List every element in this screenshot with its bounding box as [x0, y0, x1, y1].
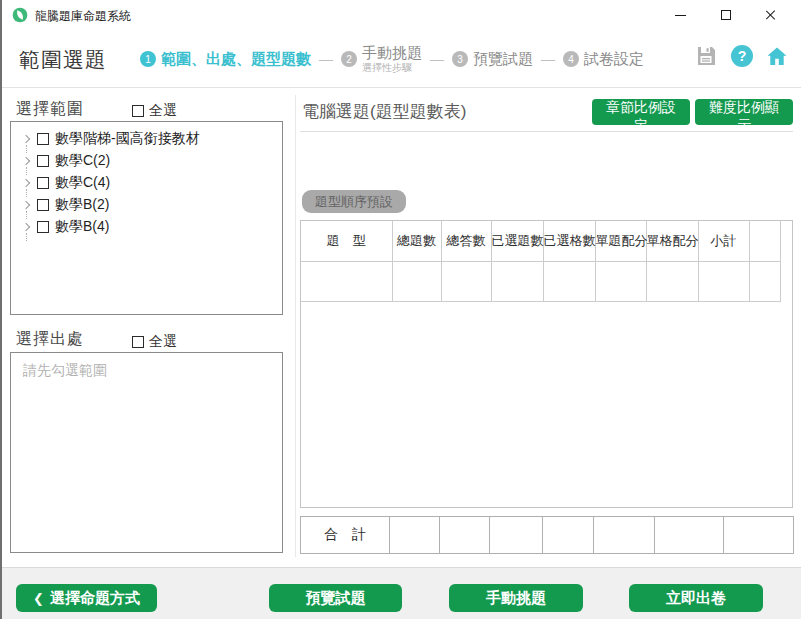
tree-item-math-b4[interactable]: 數學B(4) [11, 216, 282, 238]
col-question-type: 題 型 [301, 221, 392, 261]
minimize-button[interactable] [658, 0, 703, 30]
step-3-preview[interactable]: 3 預覽試題 [452, 50, 533, 69]
range-select-all-checkbox[interactable] [132, 105, 144, 117]
page-title: 範圍選題 [19, 46, 107, 74]
range-section-title: 選擇範圍 [16, 99, 84, 120]
cell-question-type[interactable] [301, 261, 392, 301]
tree-checkbox[interactable] [37, 133, 49, 145]
tree-checkbox[interactable] [37, 155, 49, 167]
choose-method-back-button[interactable]: ❮ 選擇命題方式 [16, 584, 157, 612]
chevron-right-icon[interactable] [21, 199, 33, 211]
tree-checkbox[interactable] [37, 221, 49, 233]
source-list: 請先勾選範圍 [10, 352, 283, 553]
chevron-right-icon[interactable] [21, 133, 33, 145]
step-1-label: 範圍、出處、題型題數 [161, 50, 311, 69]
tree-checkbox[interactable] [37, 177, 49, 189]
total-label-cell: 合 計 [301, 517, 390, 554]
step-4-badge: 4 [563, 51, 579, 67]
step-4-settings[interactable]: 4 試卷設定 [563, 50, 644, 69]
source-section-title: 選擇出處 [16, 329, 84, 350]
cell-total-answers[interactable] [441, 261, 491, 301]
range-select-all[interactable]: 全選 [132, 102, 177, 120]
tree-item-math-ladder[interactable]: 數學階梯-國高銜接教材 [11, 128, 282, 150]
cell-total-questions[interactable] [392, 261, 441, 301]
step-3-label: 預覽試題 [473, 50, 533, 69]
step-3-badge: 3 [452, 51, 468, 67]
step-1-range[interactable]: 1 範圍、出處、題型題數 [140, 50, 311, 69]
source-select-all-checkbox[interactable] [132, 336, 144, 348]
total-cell [390, 517, 440, 554]
title-bar: 龍騰題庫命題系統 [2, 0, 801, 30]
step-1-badge: 1 [140, 51, 156, 67]
step-2-label: 手動挑題 [362, 45, 422, 62]
chevron-right-icon[interactable] [21, 177, 33, 189]
preview-questions-button[interactable]: 預覽試題 [269, 584, 402, 612]
manual-pick-button[interactable]: 手動挑題 [449, 584, 583, 612]
tree-checkbox[interactable] [37, 199, 49, 211]
step-4-label: 試卷設定 [584, 50, 644, 69]
tree-item-math-c4[interactable]: 數學C(4) [11, 172, 282, 194]
cell-selected-questions[interactable] [491, 261, 543, 301]
chevron-right-icon[interactable] [21, 221, 33, 233]
save-icon[interactable] [693, 44, 719, 68]
maximize-button[interactable] [703, 0, 748, 30]
col-selected-questions: 已選題數 [491, 221, 543, 261]
question-type-table-container: 題 型 總題數 總答數 已選題數 已選格數 單題配分 單格配分 小計 [300, 220, 793, 508]
total-cell [440, 517, 490, 554]
source-select-all[interactable]: 全選 [132, 333, 177, 351]
chevron-right-icon[interactable] [21, 155, 33, 167]
home-icon[interactable] [765, 44, 789, 68]
app-header: 範圍選題 1 範圍、出處、題型題數 — 2 手動挑題 選擇性步驟 — 3 預覽試… [2, 30, 801, 88]
tree-guide [26, 233, 27, 241]
table-row [301, 261, 780, 301]
difficulty-ratio-button[interactable]: 難度比例顯示 [695, 99, 793, 125]
total-cell [724, 517, 794, 554]
table-header-row: 題 型 總題數 總答數 已選題數 已選格數 單題配分 單格配分 小計 [301, 221, 780, 261]
source-placeholder: 請先勾選範圍 [23, 362, 107, 380]
step-dash: — [319, 51, 333, 67]
col-empty [749, 221, 780, 261]
cell-points-per-question[interactable] [595, 261, 646, 301]
col-total-answers: 總答數 [441, 221, 491, 261]
minimize-icon [675, 15, 686, 16]
source-select-all-label: 全選 [149, 333, 177, 351]
window-title: 龍騰題庫命題系統 [35, 8, 131, 25]
step-dash: — [430, 51, 444, 67]
question-type-order-preset-button[interactable]: 題型順序預設 [302, 190, 406, 213]
col-selected-blanks: 已選格數 [543, 221, 595, 261]
range-select-all-label: 全選 [149, 102, 177, 120]
col-points-per-blank: 單格配分 [646, 221, 698, 261]
total-cell [543, 517, 594, 554]
step-navigation: 1 範圍、出處、題型題數 — 2 手動挑題 選擇性步驟 — 3 預覽試題 — 4… [140, 30, 644, 88]
close-icon [765, 9, 777, 21]
cell-selected-blanks[interactable] [543, 261, 595, 301]
help-icon[interactable]: ? [731, 45, 753, 67]
chapter-ratio-button[interactable]: 章節比例設定 [592, 99, 690, 125]
back-button-label: 選擇命題方式 [50, 589, 140, 608]
cell-points-per-blank[interactable] [646, 261, 698, 301]
tree-item-math-b2[interactable]: 數學B(2) [11, 194, 282, 216]
col-points-per-question: 單題配分 [595, 221, 646, 261]
computer-selection-title: 電腦選題(題型題數表) [302, 100, 466, 123]
generate-paper-button[interactable]: 立即出卷 [629, 584, 763, 612]
chevron-left-icon: ❮ [33, 591, 44, 606]
close-button[interactable] [748, 0, 793, 30]
range-tree: 數學階梯-國高銜接教材 數學C(2) 數學C(4) 數學B(2) 數學B(4) [10, 121, 283, 315]
col-subtotal: 小計 [698, 221, 749, 261]
total-cell [594, 517, 655, 554]
window-controls [658, 0, 793, 30]
total-cell [490, 517, 543, 554]
footer-bar: ❮ 選擇命題方式 預覽試題 手動挑題 立即出卷 [2, 567, 801, 619]
step-2-manual-pick[interactable]: 2 手動挑題 選擇性步驟 [341, 45, 422, 73]
maximize-icon [721, 10, 731, 20]
cell-subtotal[interactable] [698, 261, 749, 301]
step-2-badge: 2 [341, 51, 357, 67]
app-logo-icon [12, 7, 28, 23]
col-total-questions: 總題數 [392, 221, 441, 261]
step-dash: — [541, 51, 555, 67]
tree-item-math-c2[interactable]: 數學C(2) [11, 150, 282, 172]
panel-divider [295, 95, 296, 557]
total-row-table: 合 計 [300, 516, 794, 554]
section-divider [300, 131, 793, 132]
total-row: 合 計 [301, 517, 794, 554]
